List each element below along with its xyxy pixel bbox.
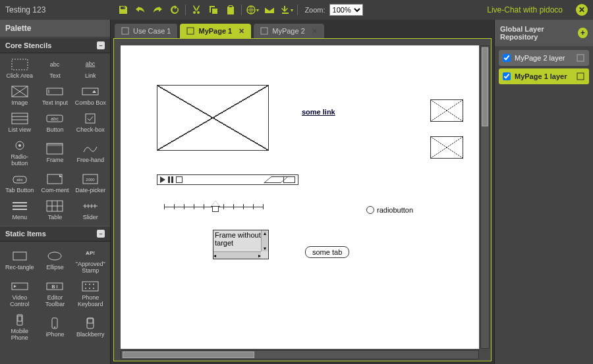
svg-rect-55 xyxy=(88,319,93,323)
download-icon[interactable]: ▾ xyxy=(280,3,293,16)
stencil-iphone[interactable]: iPhone xyxy=(38,311,72,344)
paste-icon[interactable] xyxy=(224,3,237,16)
svg-rect-19 xyxy=(47,143,63,146)
undo-icon[interactable] xyxy=(134,3,147,16)
stencil-mobile-phone[interactable]: Mobile Phone xyxy=(3,311,37,344)
svg-point-48 xyxy=(89,288,90,289)
stencil-list-view[interactable]: List view xyxy=(3,110,37,136)
svg-text:abc: abc xyxy=(51,117,59,121)
horizontal-scrollbar[interactable] xyxy=(121,350,479,359)
menu-icon xyxy=(11,200,28,212)
stencil-menu[interactable]: Menu xyxy=(3,197,37,223)
svg-rect-60 xyxy=(577,73,584,80)
layer-item[interactable]: MyPage 2 layer xyxy=(499,50,589,66)
stencil-tab-button[interactable]: abcTab Button xyxy=(3,170,37,196)
svg-text:AP!: AP! xyxy=(86,250,95,256)
svg-rect-37 xyxy=(13,252,26,260)
add-layer-button[interactable]: + xyxy=(578,28,588,38)
svg-point-45 xyxy=(89,284,90,285)
stencil-radio-button[interactable]: Radio-button xyxy=(3,137,37,169)
svg-point-46 xyxy=(93,284,94,285)
canvas-link[interactable]: some link xyxy=(302,108,335,116)
section-static-items[interactable]: Static Items– xyxy=(0,226,110,242)
slider-icon xyxy=(82,200,99,212)
zoom-select[interactable]: 100% xyxy=(329,4,363,16)
vertical-scrollbar[interactable] xyxy=(480,45,490,349)
stencil-image[interactable]: Image xyxy=(3,83,37,109)
frame-icon xyxy=(46,143,63,155)
stencil-combo-box[interactable]: Combo Box xyxy=(73,83,107,109)
stencil-com-ment[interactable]: Com-ment xyxy=(38,170,72,196)
txtin-icon xyxy=(46,86,63,97)
copy-icon[interactable] xyxy=(207,3,220,16)
svg-point-44 xyxy=(85,284,86,285)
canvas-image-small[interactable] xyxy=(430,99,463,122)
svg-text:2000: 2000 xyxy=(86,178,95,182)
canvas-image-placeholder[interactable] xyxy=(157,85,269,151)
canvas[interactable]: some link radiobutton Frame without targ… xyxy=(121,45,479,349)
stencil-text[interactable]: abcText xyxy=(38,56,72,82)
tab-mypage-1[interactable]: MyPage 1✕ xyxy=(180,24,251,38)
globe-icon[interactable]: ▾ xyxy=(246,3,259,16)
tab-mypage-2[interactable]: MyPage 2✕ xyxy=(254,24,324,38)
btn-icon: abc xyxy=(46,113,63,124)
svg-text:B I: B I xyxy=(52,284,58,289)
redo-icon[interactable] xyxy=(151,3,164,16)
canvas-video-control[interactable] xyxy=(157,174,298,185)
stencil--approved-stamp[interactable]: AP!"Approved" Stamp xyxy=(73,244,107,276)
stencil-editor-toolbar[interactable]: B IEditor Toolbar xyxy=(38,278,72,310)
stencil-table[interactable]: Table xyxy=(38,197,72,223)
refresh-icon[interactable] xyxy=(168,3,181,16)
close-icon[interactable]: ✕ xyxy=(576,4,588,16)
iphone-icon xyxy=(46,317,63,329)
stencil-blackberry[interactable]: Blackberry xyxy=(73,311,107,344)
svg-rect-1 xyxy=(12,59,28,70)
stencil-frame[interactable]: Frame xyxy=(38,137,72,169)
stencil-check-box[interactable]: Check-box xyxy=(73,110,107,136)
stencil-phone-keyboard[interactable]: Phone Keyboard xyxy=(73,278,107,310)
stencil-slider[interactable]: Slider xyxy=(73,197,107,223)
pause-icon[interactable] xyxy=(168,176,173,183)
svg-rect-7 xyxy=(47,88,63,95)
keyb-icon xyxy=(82,280,99,292)
play-icon[interactable] xyxy=(160,176,165,183)
stencil-rec-tangle[interactable]: Rec-tangle xyxy=(3,244,37,276)
layer-visibility-checkbox[interactable] xyxy=(503,72,511,80)
canvas-image-small[interactable] xyxy=(430,136,463,159)
collapse-icon[interactable]: – xyxy=(97,41,105,49)
canvas-frame[interactable]: Frame without target ▴▾ ◂▸ xyxy=(213,230,269,259)
layer-item-active[interactable]: MyPage 1 layer xyxy=(499,68,589,84)
canvas-slider[interactable] xyxy=(164,207,263,207)
svg-point-17 xyxy=(18,144,21,147)
combo-icon xyxy=(82,86,99,97)
tab-use-case-1[interactable]: Use Case 1 xyxy=(115,24,177,38)
mail-icon[interactable] xyxy=(263,3,276,16)
stencil-date-picker[interactable]: 2000Date-picker xyxy=(73,170,107,196)
date-icon: 2000 xyxy=(82,173,99,185)
cut-icon[interactable] xyxy=(190,3,203,16)
close-tab-icon[interactable]: ✕ xyxy=(239,27,244,36)
svg-rect-15 xyxy=(86,114,95,123)
collapse-icon[interactable]: – xyxy=(97,230,105,238)
save-icon[interactable] xyxy=(117,3,130,16)
canvas-radiobutton[interactable]: radiobutton xyxy=(366,206,413,214)
stop-icon[interactable] xyxy=(176,176,183,183)
section-core-stencils[interactable]: Core Stencils– xyxy=(0,38,110,53)
stencil-video-control[interactable]: Video Control xyxy=(3,278,37,310)
ellipse-icon xyxy=(46,250,63,262)
stencil-free-hand[interactable]: Free-hand xyxy=(73,137,107,169)
stencil-text-input[interactable]: Text Input xyxy=(38,83,72,109)
svg-text:abc: abc xyxy=(16,178,23,182)
svg-point-47 xyxy=(85,288,86,289)
stencil-button[interactable]: abcButton xyxy=(38,110,72,136)
stencil-link[interactable]: abcLink xyxy=(73,56,107,82)
live-chat-link[interactable]: Live-Chat with pidoco xyxy=(487,5,563,14)
canvas-tab-button[interactable]: some tab xyxy=(305,246,349,258)
check-icon xyxy=(82,113,99,124)
list-icon xyxy=(11,113,28,124)
close-tab-icon[interactable]: ✕ xyxy=(312,27,318,36)
layer-visibility-checkbox[interactable] xyxy=(503,54,511,62)
bb-icon xyxy=(82,317,99,329)
stencil-click-area[interactable]: Click Area xyxy=(3,56,37,82)
stencil-ellipse[interactable]: Ellipse xyxy=(38,244,72,276)
